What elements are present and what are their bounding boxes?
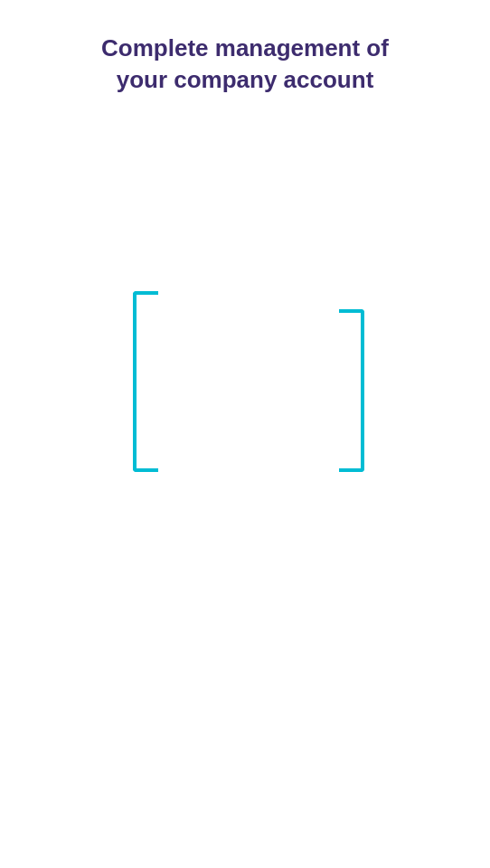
bracket-right-decoration: [339, 309, 364, 472]
page-headline: Complete management of your company acco…: [65, 0, 425, 110]
bracket-left-decoration: [133, 291, 158, 472]
